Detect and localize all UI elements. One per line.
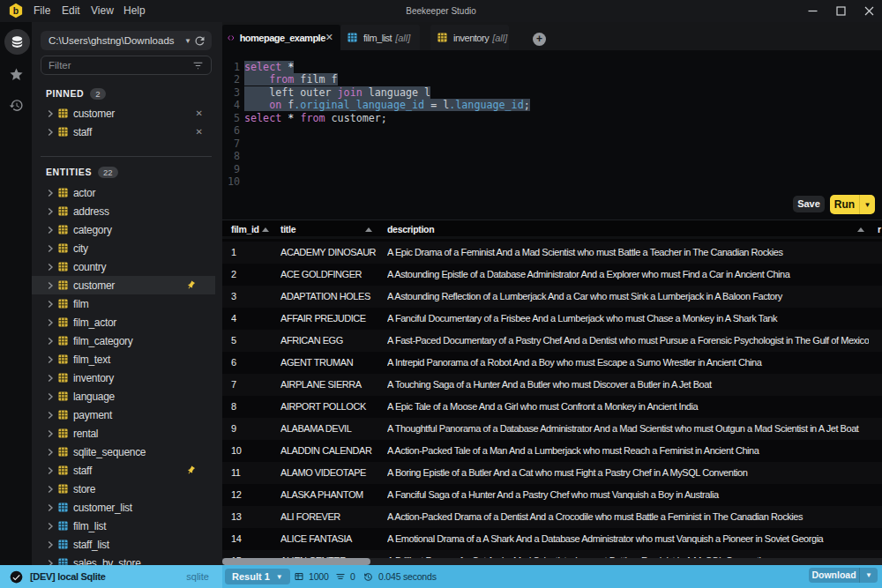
- result-row-9[interactable]: 9ALABAMA DEVILA Thoughtful Panorama of a…: [222, 418, 882, 440]
- entity-item-rental[interactable]: rental: [32, 424, 215, 443]
- tab-inventory[interactable]: inventory [all]: [430, 25, 509, 50]
- expand-chevron-icon[interactable]: [46, 207, 55, 216]
- refresh-icon[interactable]: [193, 34, 206, 48]
- expand-chevron-icon[interactable]: [46, 318, 55, 327]
- expand-chevron-icon[interactable]: [46, 374, 55, 383]
- unpin-close-icon[interactable]: ✕: [196, 127, 203, 137]
- expand-chevron-icon[interactable]: [46, 503, 55, 512]
- expand-chevron-icon[interactable]: [46, 411, 55, 420]
- column-header-title[interactable]: title: [280, 220, 295, 239]
- save-button[interactable]: Save: [793, 196, 825, 212]
- filter-input[interactable]: Filter: [41, 56, 212, 75]
- download-caret-icon[interactable]: ▼: [860, 568, 878, 583]
- entity-item-customer_list[interactable]: customer_list: [32, 498, 215, 517]
- entity-item-category[interactable]: category: [32, 220, 215, 239]
- result-select[interactable]: Result 1 ▼: [225, 569, 290, 584]
- sql-editor[interactable]: 1select *2 from film f3 left outer join …: [222, 50, 882, 220]
- affected-count: 0: [350, 571, 355, 582]
- tab-film-list[interactable]: film_list [all]: [340, 25, 420, 50]
- result-row-12[interactable]: 12ALASKA PHANTOMA Fanciful Saga of a Hun…: [222, 484, 882, 506]
- horizontal-scrollbar-thumb[interactable]: [222, 558, 370, 565]
- expand-chevron-icon[interactable]: [46, 263, 55, 272]
- expand-chevron-icon[interactable]: [46, 559, 55, 566]
- database-tab-button[interactable]: [4, 29, 30, 55]
- new-tab-button[interactable]: +: [533, 33, 546, 46]
- entity-item-store[interactable]: store: [32, 480, 215, 498]
- column-header-film-id[interactable]: film_id: [231, 220, 259, 239]
- expand-chevron-icon[interactable]: [46, 337, 55, 346]
- download-button[interactable]: Download ▼: [809, 568, 878, 583]
- entity-item-actor[interactable]: actor: [32, 183, 215, 202]
- run-options-caret-icon[interactable]: ▼: [860, 200, 875, 209]
- sort-asc-icon[interactable]: [857, 227, 864, 232]
- entity-item-payment[interactable]: payment: [32, 406, 215, 424]
- entity-item-film_text[interactable]: film_text: [32, 350, 215, 368]
- entity-item-address[interactable]: address: [32, 202, 215, 220]
- entity-item-staff[interactable]: staff: [32, 461, 215, 480]
- tab-close-icon[interactable]: ✕: [325, 32, 333, 43]
- unpin-close-icon[interactable]: ✕: [196, 108, 203, 118]
- tab-homepage-example[interactable]: homepage_example ✕: [222, 25, 340, 50]
- entity-item-film_list[interactable]: film_list: [32, 517, 215, 535]
- view-table-icon: [58, 558, 68, 565]
- result-row-3[interactable]: 3ADAPTATION HOLESA Astounding Reflection…: [222, 286, 882, 308]
- sort-asc-icon[interactable]: [262, 227, 269, 232]
- column-header-description[interactable]: description: [387, 220, 434, 239]
- minimize-button[interactable]: [799, 0, 826, 22]
- line-number: 1: [222, 61, 240, 73]
- expand-chevron-icon[interactable]: [46, 244, 55, 253]
- history-tab-button[interactable]: [9, 98, 24, 113]
- expand-chevron-icon[interactable]: [46, 540, 55, 549]
- expand-chevron-icon[interactable]: [46, 429, 55, 438]
- close-window-button[interactable]: [856, 0, 882, 22]
- entity-item-film[interactable]: film: [32, 294, 215, 313]
- result-row-4[interactable]: 4AFFAIR PREJUDICEA Fanciful Documentary …: [222, 308, 882, 330]
- favorites-tab-button[interactable]: [9, 67, 24, 82]
- expand-chevron-icon[interactable]: [46, 466, 55, 475]
- expand-chevron-icon[interactable]: [46, 109, 55, 118]
- entity-item-country[interactable]: country: [32, 257, 215, 276]
- expand-chevron-icon[interactable]: [46, 485, 55, 494]
- expand-chevron-icon[interactable]: [46, 355, 55, 364]
- entity-item-sales_by_store[interactable]: sales_by_store: [32, 554, 215, 565]
- result-row-7[interactable]: 7AIRPLANE SIERRAA Touching Saga of a Hun…: [222, 374, 882, 396]
- code-line-4: 4 on f.original_language_id = l.language…: [222, 99, 882, 111]
- run-button[interactable]: Run ▼: [830, 195, 875, 214]
- pinned-item-customer[interactable]: customer✕: [32, 104, 215, 123]
- expand-chevron-icon[interactable]: [46, 189, 55, 197]
- entity-item-sqlite_sequence[interactable]: sqlite_sequence: [32, 443, 215, 461]
- entity-item-film_actor[interactable]: film_actor: [32, 313, 215, 331]
- result-row-10[interactable]: 10ALADDIN CALENDARA Action-Packed Tale o…: [222, 440, 882, 462]
- expand-chevron-icon[interactable]: [46, 300, 55, 309]
- pinned-item-staff[interactable]: staff✕: [32, 123, 215, 141]
- expand-chevron-icon[interactable]: [46, 448, 55, 457]
- result-row-1[interactable]: 1ACADEMY DINOSAURA Epic Drama of a Femin…: [222, 242, 882, 264]
- result-row-6[interactable]: 6AGENT TRUMANA Intrepid Panorama of a Ro…: [222, 352, 882, 374]
- entity-list: actoraddresscategorycitycountrycustomerf…: [32, 183, 222, 565]
- connection-select[interactable]: C:\Users\ghstng\Downloads ▼: [41, 31, 212, 50]
- column-header-clipped[interactable]: r: [878, 220, 881, 239]
- entity-item-staff_list[interactable]: staff_list: [32, 535, 215, 554]
- expand-chevron-icon[interactable]: [46, 128, 55, 137]
- entity-item-inventory[interactable]: inventory: [32, 368, 215, 387]
- connection-status[interactable]: [DEV] local Sqlite sqlite: [0, 565, 222, 588]
- result-row-5[interactable]: 5AFRICAN EGGA Fast-Paced Documentary of …: [222, 330, 882, 352]
- pin-icon[interactable]: [186, 280, 196, 290]
- expand-chevron-icon[interactable]: [46, 226, 55, 234]
- result-row-11[interactable]: 11ALAMO VIDEOTAPEA Boring Epistle of a B…: [222, 462, 882, 484]
- entity-item-customer[interactable]: customer: [32, 276, 215, 294]
- entity-item-film_category[interactable]: film_category: [32, 331, 215, 350]
- result-row-2[interactable]: 2ACE GOLDFINGERA Astounding Epistle of a…: [222, 264, 882, 286]
- result-row-15[interactable]: 15ALIEN CENTERA Brilliant Drama of a Cat…: [222, 550, 882, 558]
- result-row-8[interactable]: 8AIRPORT POLLOCKA Epic Tale of a Moose A…: [222, 396, 882, 418]
- entity-item-language[interactable]: language: [32, 387, 215, 406]
- maximize-button[interactable]: [827, 0, 854, 22]
- expand-chevron-icon[interactable]: [46, 392, 55, 401]
- pin-icon[interactable]: [186, 465, 196, 475]
- entity-item-city[interactable]: city: [32, 239, 215, 257]
- sort-asc-icon[interactable]: [365, 227, 372, 232]
- expand-chevron-icon[interactable]: [46, 522, 55, 531]
- result-row-13[interactable]: 13ALI FOREVERA Action-Packed Drama of a …: [222, 506, 882, 528]
- expand-chevron-icon[interactable]: [46, 281, 55, 290]
- result-row-14[interactable]: 14ALICE FANTASIAA Emotional Drama of a A…: [222, 528, 882, 550]
